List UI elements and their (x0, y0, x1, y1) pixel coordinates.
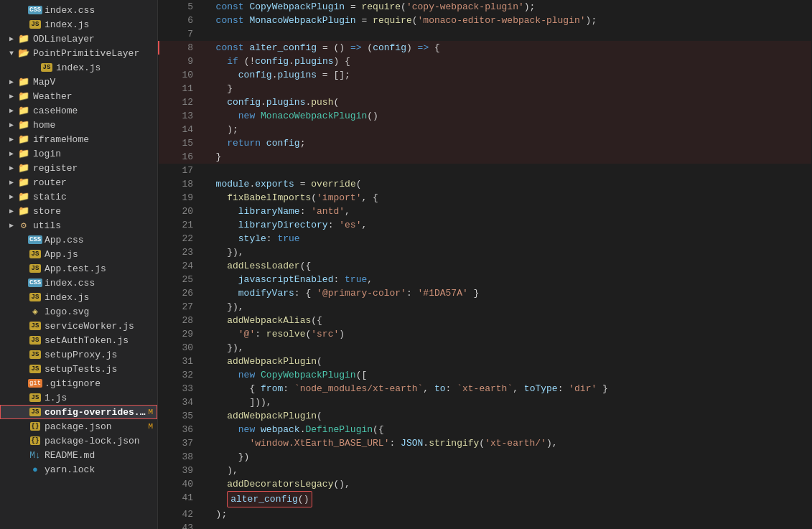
code-line: 30 }), (159, 341, 811, 355)
sidebar-item-package-lock-json[interactable]: {}package-lock.json (0, 434, 157, 448)
line-content: } (202, 150, 811, 164)
code-line: 11 } (159, 82, 811, 95)
sidebar-item-index-js2[interactable]: JSindex.js (0, 290, 157, 304)
sidebar-item-index-css-root[interactable]: CSSindex.css (0, 3, 157, 17)
js-icon: JS (29, 248, 42, 261)
sidebar-item-logo-svg[interactable]: ◈logo.svg (0, 304, 157, 319)
line-number: 43 (159, 521, 202, 529)
line-number: 37 (159, 436, 202, 450)
line-content: addWebpackAlias({ (202, 314, 811, 327)
sidebar-item-ppl-index-js[interactable]: JSindex.js (0, 60, 157, 75)
folder-icon: 📁 (17, 104, 30, 117)
line-content: module.exports = override( (202, 177, 811, 191)
line-number: 25 (159, 273, 202, 286)
code-line: 36 new webpack.DefinePlugin({ (159, 423, 811, 436)
code-line: 35 addWebpackPlugin( (159, 409, 811, 423)
line-content: ), (202, 464, 811, 477)
sidebar-item-label: .gitignore (45, 378, 157, 389)
line-number: 19 (159, 191, 202, 205)
line-content: addLessLoader({ (202, 259, 811, 273)
sidebar-item-weather[interactable]: ▶📁Weather (0, 89, 157, 103)
js-icon: JS (29, 391, 42, 404)
sidebar-item-readme-md[interactable]: M↓README.md (0, 448, 157, 462)
sidebar-item-package-json[interactable]: {}package.jsonM (0, 419, 157, 434)
js-icon: JS (29, 362, 42, 375)
sidebar-item-static[interactable]: ▶📁static (0, 189, 157, 204)
code-line: 17 (159, 164, 811, 177)
sidebar-item-gitignore[interactable]: git.gitignore (0, 376, 157, 390)
sidebar-item-login[interactable]: ▶📁login (0, 146, 157, 161)
sidebar-item-setupproxy-js[interactable]: JSsetupProxy.js (0, 347, 157, 362)
chevron-icon: ▶ (6, 191, 17, 202)
sidebar-item-router[interactable]: ▶📁router (0, 175, 157, 189)
sidebar-item-register[interactable]: ▶📁register (0, 161, 157, 175)
line-number: 5 (159, 0, 202, 14)
line-number: 30 (159, 341, 202, 355)
sidebar-item-pointprimitivelayer[interactable]: ▼📂PointPrimitiveLayer (0, 46, 157, 60)
code-line: 43 (159, 521, 811, 529)
css-icon: CSS (29, 276, 42, 289)
line-number: 6 (159, 14, 202, 27)
line-number: 38 (159, 450, 202, 464)
sidebar-item-setauthtoken-js[interactable]: JSsetAuthToken.js (0, 333, 157, 347)
line-content: style: true (202, 232, 811, 245)
line-number: 40 (159, 477, 202, 491)
folder-icon: 📁 (17, 176, 30, 189)
sidebar-item-utils[interactable]: ▶⚙utils (0, 218, 157, 233)
sidebar-item-setuptests-js[interactable]: JSsetupTests.js (0, 362, 157, 376)
line-number: 8 (159, 41, 202, 55)
sidebar-item-odlinelayer[interactable]: ▶📁ODLineLayer (0, 32, 157, 46)
folder-icon: 📁 (17, 190, 30, 203)
code-line: 29 '@': resolve('src') (159, 327, 811, 341)
sidebar-item-label: static (33, 192, 157, 202)
line-content: addWebpackPlugin( (202, 409, 811, 423)
code-line: 21 libraryDirectory: 'es', (159, 218, 811, 232)
line-number: 10 (159, 68, 202, 82)
sidebar-item-label: utils (33, 220, 157, 231)
sidebar-item-config-overrides-js[interactable]: JSconfig-overrides.jsM (0, 405, 157, 419)
chevron-icon (17, 349, 29, 360)
sidebar-item-index-css2[interactable]: CSSindex.css (0, 276, 157, 290)
js-icon: JS (29, 319, 42, 332)
sidebar-item-app-css[interactable]: CSSApp.css (0, 233, 157, 247)
sidebar-item-app-js[interactable]: JSApp.js (0, 247, 157, 261)
sidebar-item-label: package.json (45, 421, 148, 432)
code-content: 5 const CopyWebpackPlugin = require('cop… (158, 0, 812, 529)
sidebar-item-label: App.test.js (45, 263, 157, 274)
line-number: 28 (159, 314, 202, 327)
sidebar-item-casehome[interactable]: ▶📁caseHome (0, 103, 157, 118)
sidebar-item-label: README.md (45, 450, 157, 461)
line-number: 12 (159, 95, 202, 109)
code-line: 40 addDecoratorsLegacy(), (159, 477, 811, 491)
line-number: 17 (159, 164, 202, 177)
js-icon: JS (29, 348, 42, 361)
chevron-icon (29, 62, 40, 73)
sidebar-item-home[interactable]: ▶📁home (0, 118, 157, 132)
code-line: 18 module.exports = override( (159, 177, 811, 191)
line-content: ); (202, 123, 811, 136)
sidebar-item-yarn-lock[interactable]: ●yarn.lock (0, 462, 157, 477)
chevron-icon: ▶ (6, 76, 17, 88)
line-content: }), (202, 245, 811, 259)
sidebar-item-mapv[interactable]: ▶📁MapV (0, 75, 157, 89)
line-content: 'window.XtEarth_BASE_URL': JSON.stringif… (202, 436, 811, 450)
line-content: addWebpackPlugin( (202, 355, 811, 368)
code-line: 28 addWebpackAlias({ (159, 314, 811, 327)
sidebar-item-label: index.css (45, 278, 157, 289)
chevron-icon: ▶ (6, 90, 17, 102)
sidebar-item-app-test-js[interactable]: JSApp.test.js (0, 261, 157, 276)
line-number: 22 (159, 232, 202, 245)
code-editor[interactable]: 5 const CopyWebpackPlugin = require('cop… (158, 0, 812, 529)
chevron-icon: ▶ (6, 134, 17, 145)
code-line: 12 config.plugins.push( (159, 95, 811, 109)
line-number: 29 (159, 327, 202, 341)
sidebar-item-store[interactable]: ▶📁store (0, 204, 157, 218)
sidebar-item-index-js-root[interactable]: JSindex.js (0, 17, 157, 32)
sidebar-item-label: setupTests.js (45, 364, 157, 375)
line-content: }) (202, 450, 811, 464)
chevron-icon (17, 248, 29, 260)
sidebar-item-serviceworker-js[interactable]: JSserviceWorker.js (0, 319, 157, 333)
sidebar-item-iframehome[interactable]: ▶📁iframeHome (0, 132, 157, 146)
line-number: 35 (159, 409, 202, 423)
sidebar-item-js1[interactable]: JS1.js (0, 390, 157, 405)
